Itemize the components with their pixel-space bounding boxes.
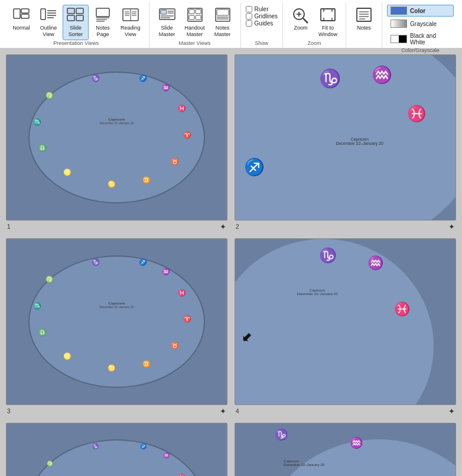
arc-sag-4: ⬋ xyxy=(242,330,252,344)
slide-2[interactable]: ♑ ♒ ♓ ♐ CapricornDecember 22–January 20 xyxy=(235,54,456,221)
color-options: Color Grayscale Black and White xyxy=(387,2,454,47)
ruler-checkbox[interactable] xyxy=(246,6,252,12)
sign-sag-3: ♐ xyxy=(139,258,147,266)
handout-master-button[interactable]: Handout Master xyxy=(181,5,209,40)
svg-rect-35 xyxy=(216,8,230,21)
svg-rect-34 xyxy=(196,15,201,20)
slide-3-zodiac: ♐ ♑ ♒ ♓ ♈ ♉ ♊ ♋ ♌ ♎ ♏ ♍ Capricorn Decemb… xyxy=(28,255,204,387)
black-white-label: Black and White xyxy=(410,33,450,46)
slide-5-content: ♐ ♑ ♒ ♓ ♈ ♉ ♊ ♋ ♌ ♎ ♏ ♍ Capricorn Decemb… xyxy=(6,423,227,477)
fit-to-window-button[interactable]: Fit to Window xyxy=(315,5,341,40)
slide-sorter-button[interactable]: Slide Sorter xyxy=(63,5,89,40)
notes-buttons: Notes xyxy=(351,2,377,40)
slide-2-content: ♑ ♒ ♓ ♐ CapricornDecember 22–January 20 xyxy=(235,55,456,220)
presentation-views-buttons: Normal Outline View xyxy=(8,2,144,40)
presentation-views-label: Presentation Views xyxy=(53,40,99,48)
gridlines-checkbox[interactable] xyxy=(246,13,252,20)
arc-aquarius-2: ♒ xyxy=(372,65,392,85)
sign-taurus-1: ♉ xyxy=(171,157,179,165)
slide-2-wrapper: ♑ ♒ ♓ ♐ CapricornDecember 22–January 20 … xyxy=(235,54,456,231)
arc-pisces-2: ♓ xyxy=(407,105,426,123)
show-group: Ruler Gridlines Guides Show xyxy=(241,2,283,48)
sign-ari-3: ♈ xyxy=(183,315,191,323)
handout-master-icon xyxy=(186,7,204,24)
svg-rect-9 xyxy=(76,8,83,14)
reading-view-icon xyxy=(121,7,140,24)
slide-3-wrapper: ♐ ♑ ♒ ♓ ♈ ♉ ♊ ♋ ♌ ♎ ♏ ♍ Capricorn Decemb… xyxy=(6,238,227,415)
svg-rect-0 xyxy=(14,9,20,18)
sign-vir-3: ♎ xyxy=(38,328,47,336)
slide-1[interactable]: ♐ ♑ ♒ ♓ ♈ ♉ ♊ ♋ ♌ ♎ ♏ ♍ Capricorn Decemb… xyxy=(6,54,227,221)
slide-1-content: ♐ ♑ ♒ ♓ ♈ ♉ ♊ ♋ ♌ ♎ ♏ ♍ Capricorn Decemb… xyxy=(6,55,227,220)
guides-label: Guides xyxy=(255,20,274,27)
notes-button[interactable]: Notes xyxy=(351,5,377,34)
slide-3[interactable]: ♐ ♑ ♒ ♓ ♈ ♉ ♊ ♋ ♌ ♎ ♏ ♍ Capricorn Decemb… xyxy=(6,238,227,404)
reading-view-button[interactable]: Reading View xyxy=(117,5,144,40)
grayscale-option[interactable]: Grayscale xyxy=(387,18,454,30)
slide-5-zodiac: ♐ ♑ ♒ ♓ ♈ ♉ ♊ ♋ ♌ ♎ ♏ ♍ Capricorn Decemb… xyxy=(28,439,204,476)
gridlines-checkbox-label[interactable]: Gridlines xyxy=(246,13,278,20)
sign-cap-3: ♑ xyxy=(92,258,100,266)
normal-view-label: Normal xyxy=(12,25,30,31)
slide-2-number: 2 xyxy=(236,224,239,230)
zodiac-circle-3 xyxy=(28,255,204,387)
slide-5[interactable]: ♐ ♑ ♒ ♓ ♈ ♉ ♊ ♋ ♌ ♎ ♏ ♍ Capricorn Decemb… xyxy=(6,423,227,477)
color-option[interactable]: Color xyxy=(387,5,454,17)
guides-checkbox[interactable] xyxy=(246,20,252,27)
arc-center-text-2: CapricornDecember 22–January 20 xyxy=(336,137,383,145)
slide-6[interactable]: ♑ ♒ ♓ ♒ CapricornDecember 22–January 20 xyxy=(235,423,456,477)
notes-page-button[interactable]: Notes Page xyxy=(90,5,116,40)
zoom-button[interactable]: Zoom xyxy=(288,5,314,34)
color-grayscale-group: Color Grayscale Black and White Color/Gr… xyxy=(382,2,458,48)
svg-rect-36 xyxy=(217,9,229,15)
slide-sorter-icon xyxy=(66,7,85,24)
arc-text-6: CapricornDecember 22–January 20 xyxy=(284,459,324,467)
slide-sorter-area: ♐ ♑ ♒ ♓ ♈ ♉ ♊ ♋ ♌ ♎ ♏ ♍ Capricorn Decemb… xyxy=(0,48,462,476)
master-views-label: Master Views xyxy=(179,40,211,48)
svg-rect-32 xyxy=(196,9,201,14)
slide-3-star: ✦ xyxy=(220,407,226,416)
color-swatch xyxy=(391,7,407,15)
slide-4-footer: 4 ✦ xyxy=(235,407,456,416)
sign-gemini-1: ♊ xyxy=(142,176,151,184)
svg-rect-31 xyxy=(189,9,194,14)
sign-scorpio-1: ♍ xyxy=(45,92,54,99)
guides-checkbox-label[interactable]: Guides xyxy=(246,20,274,27)
notes-icon xyxy=(354,7,373,24)
sign-sco-3: ♍ xyxy=(45,276,54,283)
sign-lib-3: ♏ xyxy=(33,302,41,310)
sign-leo-3: ♌ xyxy=(63,352,71,360)
notes-master-icon xyxy=(213,7,232,24)
ruler-checkbox-label[interactable]: Ruler xyxy=(246,6,269,12)
presentation-views-group: Normal Outline View xyxy=(4,2,149,48)
zodiac-circle-1 xyxy=(28,72,204,203)
black-white-option[interactable]: Black and White xyxy=(387,31,454,47)
outline-view-icon xyxy=(39,7,58,24)
outline-view-label: Outline View xyxy=(40,25,57,38)
zoom-label-group: Zoom xyxy=(308,40,321,48)
show-label: Show xyxy=(255,40,269,48)
slide-6-content: ♑ ♒ ♓ ♒ CapricornDecember 22–January 20 xyxy=(235,423,456,477)
outline-view-button[interactable]: Outline View xyxy=(35,5,61,40)
arc-sagittarius-2: ♐ xyxy=(244,157,265,177)
slide-master-label: Slide Master xyxy=(159,25,175,38)
slide-4-number: 4 xyxy=(236,408,239,415)
color-label: Color xyxy=(410,8,425,14)
sign-aqu-3: ♒ xyxy=(162,267,170,275)
sign-gem-3: ♊ xyxy=(142,360,151,368)
grayscale-label: Grayscale xyxy=(410,21,437,27)
arc-aqu-6: ♒ xyxy=(350,436,363,449)
slide-4[interactable]: ♑ ♒ ♓ ⬋ CapricornDecember 22–January 20 xyxy=(235,238,456,404)
slide-3-content: ♐ ♑ ♒ ♓ ♈ ♉ ♊ ♋ ♌ ♎ ♏ ♍ Capricorn Decemb… xyxy=(6,239,227,404)
ribbon: Normal Outline View xyxy=(0,0,462,48)
normal-view-button[interactable]: Normal xyxy=(8,5,34,34)
notes-page-label: Notes Page xyxy=(96,25,110,38)
slide-1-star: ✦ xyxy=(220,222,226,231)
sign-pisces-1: ♓ xyxy=(178,105,186,112)
slide-master-button[interactable]: Slide Master xyxy=(154,5,180,40)
slide-4-content: ♑ ♒ ♓ ⬋ CapricornDecember 22–January 20 xyxy=(235,239,456,404)
notes-master-button[interactable]: Notes Master xyxy=(210,5,236,40)
svg-line-40 xyxy=(303,18,308,23)
slide-4-wrapper: ♑ ♒ ♓ ⬋ CapricornDecember 22–January 20 … xyxy=(235,238,456,415)
sign-leo-1: ♌ xyxy=(63,168,71,176)
